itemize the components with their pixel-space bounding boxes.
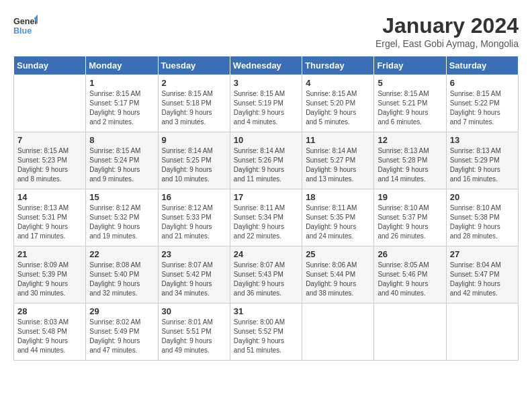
- day-number: 23: [162, 249, 226, 259]
- calendar-cell: 30Sunrise: 8:01 AMSunset: 5:51 PMDayligh…: [158, 304, 230, 361]
- day-header-wednesday: Wednesday: [230, 56, 302, 75]
- cell-info: Sunrise: 8:02 AMSunset: 5:49 PMDaylight:…: [89, 318, 154, 355]
- day-number: 14: [17, 192, 82, 202]
- day-number: 20: [450, 192, 515, 202]
- calendar-cell: 14Sunrise: 8:13 AMSunset: 5:31 PMDayligh…: [14, 189, 86, 246]
- cell-info: Sunrise: 8:07 AMSunset: 5:43 PMDaylight:…: [234, 261, 298, 298]
- day-number: 13: [450, 135, 515, 145]
- calendar-cell: 29Sunrise: 8:02 AMSunset: 5:49 PMDayligh…: [86, 304, 158, 361]
- cell-info: Sunrise: 8:15 AMSunset: 5:19 PMDaylight:…: [234, 89, 298, 127]
- calendar-header-row: SundayMondayTuesdayWednesdayThursdayFrid…: [14, 56, 519, 75]
- calendar-cell: 10Sunrise: 8:14 AMSunset: 5:26 PMDayligh…: [230, 132, 302, 189]
- calendar-cell: 19Sunrise: 8:10 AMSunset: 5:37 PMDayligh…: [374, 189, 446, 246]
- day-number: 15: [89, 192, 154, 202]
- day-number: 10: [234, 135, 298, 145]
- calendar-cell: 27Sunrise: 8:04 AMSunset: 5:47 PMDayligh…: [446, 246, 518, 304]
- calendar-week-row: 14Sunrise: 8:13 AMSunset: 5:31 PMDayligh…: [14, 189, 519, 246]
- cell-info: Sunrise: 8:00 AMSunset: 5:52 PMDaylight:…: [234, 318, 298, 355]
- calendar-cell: 18Sunrise: 8:11 AMSunset: 5:35 PMDayligh…: [302, 189, 374, 246]
- cell-info: Sunrise: 8:12 AMSunset: 5:32 PMDaylight:…: [89, 203, 154, 241]
- day-number: 22: [89, 249, 154, 259]
- cell-info: Sunrise: 8:03 AMSunset: 5:48 PMDaylight:…: [17, 318, 82, 355]
- day-header-monday: Monday: [86, 56, 158, 75]
- calendar-cell: 17Sunrise: 8:11 AMSunset: 5:34 PMDayligh…: [230, 189, 302, 246]
- cell-info: Sunrise: 8:04 AMSunset: 5:47 PMDaylight:…: [450, 261, 515, 298]
- title-block: January 2024 Ergel, East Gobi Aymag, Mon…: [375, 13, 519, 49]
- day-number: 19: [378, 192, 442, 202]
- cell-info: Sunrise: 8:12 AMSunset: 5:33 PMDaylight:…: [162, 203, 226, 241]
- cell-info: Sunrise: 8:10 AMSunset: 5:37 PMDaylight:…: [378, 203, 442, 241]
- cell-info: Sunrise: 8:13 AMSunset: 5:31 PMDaylight:…: [17, 203, 82, 241]
- day-number: 25: [306, 249, 370, 259]
- day-number: 11: [306, 135, 370, 145]
- day-number: 8: [89, 135, 154, 145]
- calendar-week-row: 1Sunrise: 8:15 AMSunset: 5:17 PMDaylight…: [14, 75, 519, 132]
- calendar-cell: 12Sunrise: 8:13 AMSunset: 5:28 PMDayligh…: [374, 132, 446, 189]
- day-header-thursday: Thursday: [302, 56, 374, 75]
- day-number: 26: [378, 249, 442, 259]
- calendar-cell: 3Sunrise: 8:15 AMSunset: 5:19 PMDaylight…: [230, 75, 302, 132]
- calendar-week-row: 7Sunrise: 8:15 AMSunset: 5:23 PMDaylight…: [14, 132, 519, 189]
- day-number: 28: [17, 306, 82, 316]
- calendar-cell: 5Sunrise: 8:15 AMSunset: 5:21 PMDaylight…: [374, 75, 446, 132]
- month-title: January 2024: [375, 13, 519, 38]
- cell-info: Sunrise: 8:11 AMSunset: 5:35 PMDaylight:…: [306, 203, 370, 241]
- svg-text:General: General: [13, 17, 38, 26]
- calendar-cell: [302, 304, 374, 361]
- day-header-saturday: Saturday: [446, 56, 518, 75]
- calendar-cell: 23Sunrise: 8:07 AMSunset: 5:42 PMDayligh…: [158, 246, 230, 304]
- cell-info: Sunrise: 8:01 AMSunset: 5:51 PMDaylight:…: [162, 318, 226, 355]
- calendar-cell: [446, 304, 518, 361]
- calendar-cell: 4Sunrise: 8:15 AMSunset: 5:20 PMDaylight…: [302, 75, 374, 132]
- cell-info: Sunrise: 8:15 AMSunset: 5:18 PMDaylight:…: [162, 89, 226, 127]
- calendar-cell: 11Sunrise: 8:14 AMSunset: 5:27 PMDayligh…: [302, 132, 374, 189]
- day-number: 9: [162, 135, 226, 145]
- cell-info: Sunrise: 8:13 AMSunset: 5:29 PMDaylight:…: [450, 146, 515, 184]
- calendar-week-row: 21Sunrise: 8:09 AMSunset: 5:39 PMDayligh…: [14, 246, 519, 304]
- calendar-cell: 24Sunrise: 8:07 AMSunset: 5:43 PMDayligh…: [230, 246, 302, 304]
- cell-info: Sunrise: 8:15 AMSunset: 5:24 PMDaylight:…: [89, 146, 154, 184]
- calendar-cell: 7Sunrise: 8:15 AMSunset: 5:23 PMDaylight…: [14, 132, 86, 189]
- cell-info: Sunrise: 8:15 AMSunset: 5:20 PMDaylight:…: [306, 89, 370, 127]
- calendar-cell: 21Sunrise: 8:09 AMSunset: 5:39 PMDayligh…: [14, 246, 86, 304]
- day-header-tuesday: Tuesday: [158, 56, 230, 75]
- day-number: 21: [17, 249, 82, 259]
- calendar-cell: 31Sunrise: 8:00 AMSunset: 5:52 PMDayligh…: [230, 304, 302, 361]
- cell-info: Sunrise: 8:10 AMSunset: 5:38 PMDaylight:…: [450, 203, 515, 241]
- cell-info: Sunrise: 8:07 AMSunset: 5:42 PMDaylight:…: [162, 261, 226, 298]
- cell-info: Sunrise: 8:14 AMSunset: 5:25 PMDaylight:…: [162, 146, 226, 184]
- calendar-cell: 28Sunrise: 8:03 AMSunset: 5:48 PMDayligh…: [14, 304, 86, 361]
- calendar-cell: 22Sunrise: 8:08 AMSunset: 5:40 PMDayligh…: [86, 246, 158, 304]
- cell-info: Sunrise: 8:09 AMSunset: 5:39 PMDaylight:…: [17, 261, 82, 298]
- calendar-cell: 8Sunrise: 8:15 AMSunset: 5:24 PMDaylight…: [86, 132, 158, 189]
- day-number: 4: [306, 78, 370, 88]
- calendar-cell: 25Sunrise: 8:06 AMSunset: 5:44 PMDayligh…: [302, 246, 374, 304]
- cell-info: Sunrise: 8:15 AMSunset: 5:22 PMDaylight:…: [450, 89, 515, 127]
- calendar-cell: [374, 304, 446, 361]
- cell-info: Sunrise: 8:05 AMSunset: 5:46 PMDaylight:…: [378, 261, 442, 298]
- cell-info: Sunrise: 8:13 AMSunset: 5:28 PMDaylight:…: [378, 146, 442, 184]
- day-number: 2: [162, 78, 226, 88]
- day-number: 1: [89, 78, 154, 88]
- day-header-sunday: Sunday: [14, 56, 86, 75]
- cell-info: Sunrise: 8:15 AMSunset: 5:17 PMDaylight:…: [89, 89, 154, 127]
- day-number: 30: [162, 306, 226, 316]
- calendar-cell: 6Sunrise: 8:15 AMSunset: 5:22 PMDaylight…: [446, 75, 518, 132]
- day-number: 31: [234, 306, 298, 316]
- day-header-friday: Friday: [374, 56, 446, 75]
- day-number: 24: [234, 249, 298, 259]
- calendar-cell: 16Sunrise: 8:12 AMSunset: 5:33 PMDayligh…: [158, 189, 230, 246]
- calendar-cell: 15Sunrise: 8:12 AMSunset: 5:32 PMDayligh…: [86, 189, 158, 246]
- day-number: 5: [378, 78, 442, 88]
- cell-info: Sunrise: 8:11 AMSunset: 5:34 PMDaylight:…: [234, 203, 298, 241]
- calendar-week-row: 28Sunrise: 8:03 AMSunset: 5:48 PMDayligh…: [14, 304, 519, 361]
- calendar-cell: 26Sunrise: 8:05 AMSunset: 5:46 PMDayligh…: [374, 246, 446, 304]
- day-number: 16: [162, 192, 226, 202]
- page-header: General Blue January 2024 Ergel, East Go…: [13, 13, 519, 49]
- cell-info: Sunrise: 8:08 AMSunset: 5:40 PMDaylight:…: [89, 261, 154, 298]
- day-number: 6: [450, 78, 515, 88]
- day-number: 17: [234, 192, 298, 202]
- svg-text:Blue: Blue: [13, 26, 32, 36]
- day-number: 18: [306, 192, 370, 202]
- calendar-table: SundayMondayTuesdayWednesdayThursdayFrid…: [13, 56, 519, 361]
